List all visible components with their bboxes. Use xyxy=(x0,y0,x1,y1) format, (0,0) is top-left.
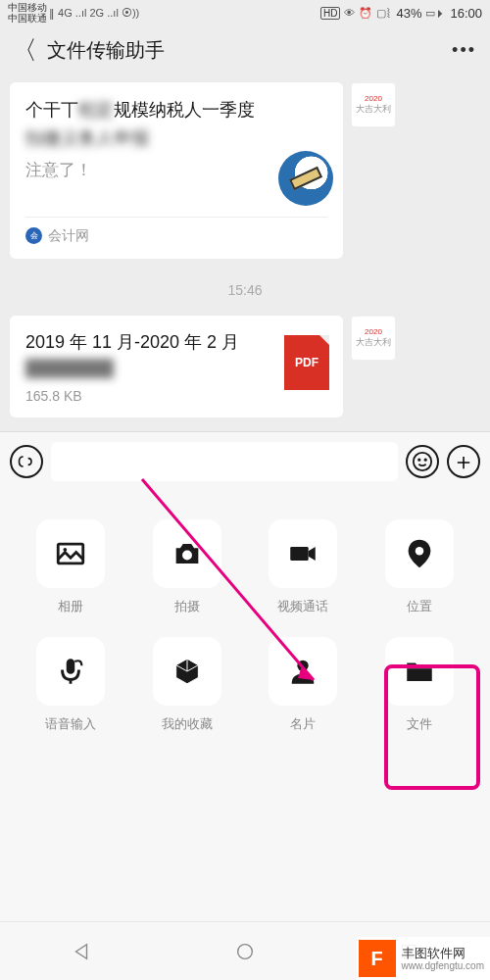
camera-icon xyxy=(171,537,204,570)
source-icon: 会 xyxy=(25,227,42,244)
svg-rect-8 xyxy=(67,659,75,674)
message-card-file[interactable]: 2019 年 11 月-2020 年 2 月 的费用明细 165.8 KB PD… xyxy=(10,316,480,417)
chat-area: 个干丅犯定规模纳税人一季度 扣缴义务人申报 注意了！ 会 会计网 2020大吉大… xyxy=(0,74,490,449)
page-title: 文件传输助手 xyxy=(47,37,165,64)
svg-point-7 xyxy=(416,547,424,556)
cube-icon xyxy=(171,655,204,688)
attachment-panel: 相册 拍摄 视频通话 位置 语音输入 我的收藏 名片 文件 xyxy=(0,490,490,921)
svg-point-12 xyxy=(238,944,253,958)
carrier-2: 中国联通 xyxy=(8,13,47,24)
input-bar: ＋ xyxy=(0,431,490,490)
panel-item-video-call[interactable]: 视频通话 xyxy=(254,519,353,615)
watermark-logo: F xyxy=(359,940,396,977)
svg-point-1 xyxy=(418,459,419,460)
message-input[interactable] xyxy=(51,442,398,481)
emoji-button[interactable] xyxy=(406,445,439,478)
back-button[interactable]: 〈 xyxy=(12,33,37,68)
svg-rect-6 xyxy=(291,547,309,561)
hd-icon: HD xyxy=(320,7,340,20)
sys-home-icon[interactable] xyxy=(234,941,256,962)
album-icon xyxy=(54,537,87,570)
sys-back-icon[interactable] xyxy=(71,941,92,962)
location-icon xyxy=(403,537,436,570)
alarm-icon: ⏰ xyxy=(359,7,372,20)
timestamp: 15:46 xyxy=(10,282,480,298)
panel-item-favorites[interactable]: 我的收藏 xyxy=(138,637,237,733)
voice-toggle-button[interactable] xyxy=(10,445,43,478)
attach-button[interactable]: ＋ xyxy=(447,445,480,478)
svg-point-4 xyxy=(64,548,68,552)
panel-item-voice-input[interactable]: 语音输入 xyxy=(22,637,121,733)
pdf-icon: PDF xyxy=(284,335,329,390)
mic-icon xyxy=(54,655,87,688)
carrier-1: 中国移动 xyxy=(8,2,47,13)
watermark: F 丰图软件网 www.dgfengtu.com xyxy=(357,937,491,980)
article-thumbnail xyxy=(278,151,333,206)
file-title: 2019 年 11 月-2020 年 2 月 的费用明细 xyxy=(25,329,327,382)
svg-point-9 xyxy=(298,661,309,671)
nav-bar: 〈 文件传输助手 ••• xyxy=(0,25,490,74)
panel-item-camera[interactable]: 拍摄 xyxy=(138,519,237,615)
svg-point-0 xyxy=(414,452,431,469)
vibrate-icon: ▢⦚ xyxy=(376,7,392,20)
clock: 16:00 xyxy=(450,6,482,21)
status-bar: 中国移动 中国联通 ‖ 4G ..ıl 2G ..ıl ⦿)) HD 👁 ⏰ ▢… xyxy=(0,0,490,25)
annotation-highlight xyxy=(384,664,480,790)
message-card-article[interactable]: 个干丅犯定规模纳税人一季度 扣缴义务人申报 注意了！ 会 会计网 2020大吉大… xyxy=(10,82,480,259)
person-icon xyxy=(286,655,319,688)
video-icon xyxy=(286,537,319,570)
svg-point-5 xyxy=(182,550,192,560)
avatar[interactable]: 2020大吉大利 xyxy=(351,316,396,361)
article-source: 会 会计网 xyxy=(25,217,327,245)
battery-percent: 43% xyxy=(396,6,421,21)
svg-point-2 xyxy=(424,459,425,460)
panel-item-contact-card[interactable]: 名片 xyxy=(254,637,353,733)
battery-icon: ▭⏵ xyxy=(425,7,446,20)
more-button[interactable]: ••• xyxy=(452,40,476,61)
signal-icon: ‖ 4G ..ıl 2G ..ıl ⦿)) xyxy=(49,7,139,19)
eye-icon: 👁 xyxy=(344,7,355,19)
panel-item-album[interactable]: 相册 xyxy=(22,519,121,615)
file-size: 165.8 KB xyxy=(25,388,327,404)
avatar[interactable]: 2020大吉大利 xyxy=(351,82,396,127)
panel-item-location[interactable]: 位置 xyxy=(370,519,469,615)
